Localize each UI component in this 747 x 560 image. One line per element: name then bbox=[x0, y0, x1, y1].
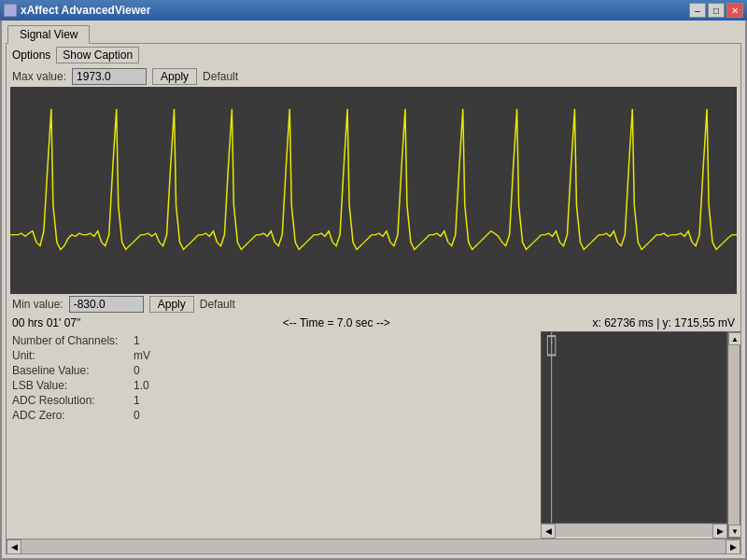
min-value-label: Min value: bbox=[12, 298, 63, 311]
bottom-container: Number of Channels: 1 Unit: mV Baseline … bbox=[7, 331, 740, 539]
window-controls: – □ ✕ bbox=[689, 3, 743, 18]
mini-scroll-down[interactable]: ▼ bbox=[728, 525, 740, 538]
show-caption-button[interactable]: Show Caption bbox=[56, 47, 139, 63]
info-row: Unit: mV bbox=[12, 348, 535, 363]
info-row: Number of Channels: 1 bbox=[12, 333, 535, 348]
title-bar: xAffect AdvancedViewer – □ ✕ bbox=[0, 0, 747, 21]
signal-chart[interactable] bbox=[10, 87, 737, 294]
main-scroll-right[interactable]: ▶ bbox=[726, 539, 740, 554]
time-code: 00 hrs 01' 07" bbox=[12, 316, 80, 329]
mini-v-scrollbar: ▲ ▼ bbox=[727, 331, 740, 539]
mini-scroll-track[interactable] bbox=[556, 524, 712, 537]
close-button[interactable]: ✕ bbox=[726, 3, 743, 18]
options-bar: Options Show Caption bbox=[7, 44, 740, 66]
mini-scroll-v-track[interactable] bbox=[728, 345, 740, 525]
info-key: Unit: bbox=[12, 349, 124, 362]
info-row: Baseline Value: 0 bbox=[12, 363, 535, 378]
mini-chart-area: ◀ ▶ bbox=[541, 331, 727, 539]
minimize-button[interactable]: – bbox=[689, 3, 706, 18]
info-value: 0 bbox=[134, 409, 140, 422]
mini-scroll-left[interactable]: ◀ bbox=[541, 524, 556, 539]
info-value: 0 bbox=[134, 364, 140, 377]
min-value-input[interactable] bbox=[69, 296, 144, 313]
info-value: 1 bbox=[134, 334, 140, 347]
min-default-button[interactable]: Default bbox=[200, 298, 235, 311]
time-bar: 00 hrs 01' 07" <-- Time = 7.0 sec --> x:… bbox=[7, 315, 740, 331]
tab-signal-view[interactable]: Signal View bbox=[7, 25, 90, 44]
info-key: LSB Value: bbox=[12, 379, 124, 392]
main-scroll-left[interactable]: ◀ bbox=[7, 539, 21, 554]
max-value-label: Max value: bbox=[12, 70, 66, 83]
title-text: xAffect AdvancedViewer bbox=[21, 4, 150, 17]
content-area: Options Show Caption Max value: Apply De… bbox=[6, 43, 741, 554]
maximize-button[interactable]: □ bbox=[708, 3, 725, 18]
mini-chart[interactable] bbox=[541, 331, 727, 524]
info-key: Number of Channels: bbox=[12, 334, 124, 347]
info-row: ADC Resolution: 1 bbox=[12, 393, 535, 408]
info-key: ADC Zero: bbox=[12, 409, 124, 422]
app-icon bbox=[4, 4, 17, 17]
main-scroll-track[interactable] bbox=[21, 539, 726, 553]
mini-scroll-right[interactable]: ▶ bbox=[712, 524, 727, 539]
time-info: <-- Time = 7.0 sec --> bbox=[283, 316, 390, 329]
window-body: Signal View Options Show Caption Max val… bbox=[0, 21, 747, 560]
tab-bar: Signal View bbox=[2, 21, 745, 43]
info-key: Baseline Value: bbox=[12, 364, 124, 377]
max-value-bar: Max value: Apply Default bbox=[7, 66, 740, 87]
info-value: 1 bbox=[134, 394, 140, 407]
coordinates: x: 62736 ms | y: 1715,55 mV bbox=[592, 316, 735, 329]
mini-h-scrollbar: ◀ ▶ bbox=[541, 524, 727, 539]
options-label: Options bbox=[12, 49, 50, 62]
info-row: ADC Zero: 0 bbox=[12, 408, 535, 423]
main-h-scrollbar: ◀ ▶ bbox=[7, 539, 740, 553]
info-panel: Number of Channels: 1 Unit: mV Baseline … bbox=[7, 331, 541, 539]
min-apply-button[interactable]: Apply bbox=[149, 296, 194, 313]
info-value: 1.0 bbox=[134, 379, 149, 392]
max-value-input[interactable] bbox=[72, 68, 147, 85]
info-value: mV bbox=[134, 349, 150, 362]
svg-rect-1 bbox=[542, 332, 726, 523]
info-key: ADC Resolution: bbox=[12, 394, 124, 407]
max-apply-button[interactable]: Apply bbox=[152, 68, 197, 85]
info-row: LSB Value: 1.0 bbox=[12, 378, 535, 393]
max-default-button[interactable]: Default bbox=[203, 70, 238, 83]
min-value-bar: Min value: Apply Default bbox=[7, 294, 740, 315]
mini-scroll-up[interactable]: ▲ bbox=[728, 332, 740, 345]
